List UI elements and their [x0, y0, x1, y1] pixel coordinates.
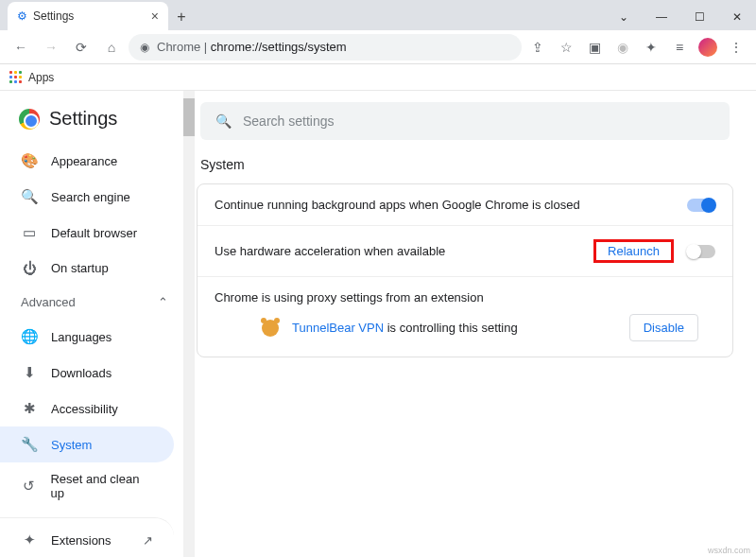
- reload-button[interactable]: ⟳: [68, 34, 94, 61]
- row-label: Continue running background apps when Go…: [215, 198, 580, 212]
- system-card: Continue running background apps when Go…: [197, 183, 733, 357]
- sidebar-item-label: On startup: [51, 261, 109, 275]
- sidebar-item-label: Reset and clean up: [50, 472, 153, 500]
- sidebar-item-accessibility[interactable]: ✱ Accessibility: [0, 391, 174, 426]
- share-icon[interactable]: ⇪: [525, 35, 550, 60]
- search-placeholder: Search settings: [243, 113, 335, 129]
- forward-button[interactable]: →: [38, 34, 64, 61]
- url-path: chrome://settings/system: [211, 40, 347, 54]
- sidebar-item-languages[interactable]: 🌐 Languages: [0, 319, 174, 355]
- sidebar-item-label: Downloads: [51, 366, 112, 380]
- window-close-button[interactable]: ✕: [718, 4, 756, 30]
- chevron-up-icon: ⌃: [158, 295, 168, 309]
- sidebar-item-label: Extensions: [51, 533, 112, 548]
- sidebar-advanced-toggle[interactable]: Advanced ⌃: [0, 286, 189, 319]
- row-proxy: Chrome is using proxy settings from an e…: [198, 276, 732, 357]
- sidebar-item-label: System: [51, 438, 92, 452]
- toggle-hardware-accel[interactable]: [687, 245, 715, 258]
- download-icon: ⬇: [21, 364, 38, 381]
- sidebar-item-label: Default browser: [51, 226, 137, 240]
- search-icon: 🔍: [215, 113, 232, 129]
- sidebar-item-appearance[interactable]: 🎨 Appearance: [0, 143, 174, 179]
- sidebar-item-system[interactable]: 🔧 System: [0, 426, 174, 462]
- globe-icon: 🌐: [21, 328, 38, 345]
- tab-title: Settings: [33, 9, 74, 23]
- address-bar[interactable]: ◉ Chrome | chrome://settings/system: [129, 34, 522, 61]
- browser-toolbar: ← → ⟳ ⌂ ◉ Chrome | chrome://settings/sys…: [0, 30, 756, 64]
- new-tab-button[interactable]: +: [168, 4, 195, 30]
- settings-sidebar: Settings 🎨 Appearance 🔍 Search engine ▭ …: [0, 91, 189, 557]
- settings-header: Settings: [0, 102, 189, 143]
- sidebar-item-reset[interactable]: ↺ Reset and clean up: [0, 462, 174, 510]
- page-title: Settings: [49, 108, 117, 130]
- paint-icon: 🎨: [21, 152, 38, 169]
- back-button[interactable]: ←: [8, 34, 34, 61]
- sidebar-item-downloads[interactable]: ⬇ Downloads: [0, 355, 174, 391]
- sidebar-item-search-engine[interactable]: 🔍 Search engine: [0, 179, 174, 215]
- wrench-icon: 🔧: [21, 436, 38, 453]
- sidebar-item-default-browser[interactable]: ▭ Default browser: [0, 215, 174, 251]
- external-link-icon: ↗: [143, 533, 153, 548]
- extensions-puzzle-icon[interactable]: ✦: [639, 35, 663, 60]
- gear-icon: ⚙: [17, 9, 27, 23]
- sidebar-item-extensions[interactable]: ✦ Extensions ↗: [0, 517, 174, 557]
- settings-main: 🔍 Search settings System Continue runnin…: [189, 91, 756, 557]
- home-button[interactable]: ⌂: [98, 34, 125, 61]
- puzzle-icon: ✦: [21, 531, 38, 548]
- search-icon: 🔍: [21, 188, 38, 205]
- row-hardware-accel: Use hardware acceleration when available…: [198, 225, 732, 276]
- url-host: Chrome: [157, 40, 200, 54]
- extension-box-icon[interactable]: ▣: [582, 35, 607, 60]
- advanced-label: Advanced: [21, 295, 76, 309]
- sidebar-item-label: Search engine: [51, 190, 130, 204]
- menu-kebab-icon[interactable]: ⋮: [724, 35, 748, 60]
- disable-button[interactable]: Disable: [629, 314, 698, 341]
- apps-shortcut[interactable]: Apps: [28, 71, 54, 84]
- accessibility-icon: ✱: [21, 400, 38, 417]
- relaunch-button[interactable]: Relaunch: [602, 240, 665, 262]
- site-info-icon[interactable]: ◉: [140, 41, 149, 54]
- power-icon: ⏻: [21, 260, 38, 276]
- search-settings-input[interactable]: 🔍 Search settings: [200, 102, 730, 140]
- extension-link[interactable]: TunnelBear VPN: [292, 321, 384, 335]
- window-controls: ⌄ — ☐ ✕: [605, 4, 756, 30]
- profile-avatar[interactable]: [696, 35, 720, 60]
- browser-icon: ▭: [21, 224, 38, 241]
- reading-list-icon[interactable]: ≡: [667, 35, 692, 60]
- sidebar-item-on-startup[interactable]: ⏻ On startup: [0, 251, 174, 286]
- relaunch-highlight: Relaunch: [593, 239, 674, 263]
- sidebar-scrollbar[interactable]: [183, 91, 195, 557]
- section-title: System: [200, 157, 730, 172]
- sidebar-item-label: Appearance: [51, 154, 117, 168]
- row-background-apps: Continue running background apps when Go…: [198, 184, 732, 225]
- bookmark-star-icon[interactable]: ☆: [554, 35, 578, 60]
- window-chevron-icon[interactable]: ⌄: [605, 4, 643, 30]
- extension-circle-icon[interactable]: ◉: [610, 35, 635, 60]
- tunnelbear-icon: [262, 320, 279, 337]
- apps-grid-icon[interactable]: [9, 71, 23, 84]
- toggle-background-apps[interactable]: [687, 199, 715, 212]
- bookmark-bar: Apps: [0, 64, 756, 91]
- window-maximize-button[interactable]: ☐: [680, 4, 718, 30]
- row-label: Use hardware acceleration when available: [215, 244, 445, 258]
- window-minimize-button[interactable]: —: [643, 4, 680, 30]
- window-titlebar: ⚙ Settings × + ⌄ — ☐ ✕: [0, 0, 756, 30]
- sidebar-item-label: Languages: [51, 330, 112, 344]
- restore-icon: ↺: [21, 478, 37, 495]
- chrome-logo-icon: [19, 109, 40, 130]
- sidebar-item-label: Accessibility: [51, 402, 118, 416]
- browser-tab[interactable]: ⚙ Settings ×: [8, 2, 168, 30]
- close-tab-icon[interactable]: ×: [151, 9, 159, 24]
- extension-msg: is controlling this setting: [384, 321, 518, 335]
- watermark: wsxdn.com: [708, 546, 750, 555]
- row-label: Chrome is using proxy settings from an e…: [215, 290, 484, 305]
